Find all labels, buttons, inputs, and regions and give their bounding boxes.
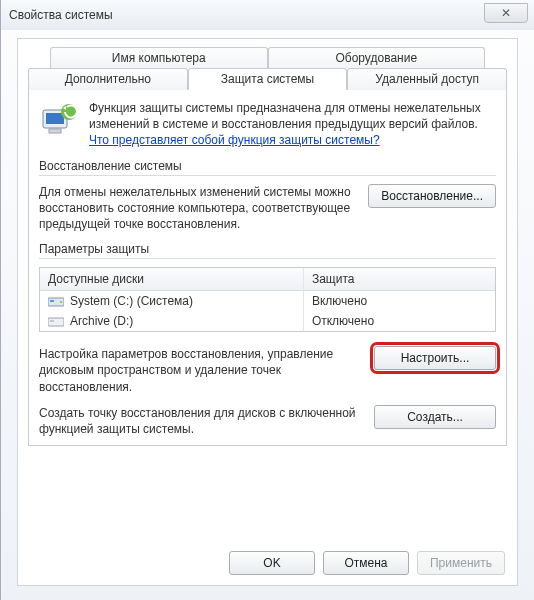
- svg-rect-1: [46, 113, 64, 124]
- help-link[interactable]: Что представляет собой функция защиты си…: [89, 133, 380, 147]
- close-button[interactable]: ✕: [484, 3, 528, 23]
- drive-name: System (C:) (Система): [70, 294, 193, 308]
- ok-button[interactable]: OK: [229, 551, 315, 575]
- system-restore-legend: Восстановление системы: [39, 159, 496, 173]
- tab-page: Функция защиты системы предназначена для…: [28, 90, 507, 446]
- create-desc: Создать точку восстановления для дисков …: [39, 405, 364, 437]
- window-title: Свойства системы: [9, 8, 113, 22]
- svg-rect-8: [50, 320, 54, 322]
- intro-text-body: Функция защиты системы предназначена для…: [89, 101, 481, 131]
- configure-button[interactable]: Настроить...: [374, 346, 496, 370]
- drive-status: Отключено: [304, 311, 495, 331]
- apply-button[interactable]: Применить: [417, 551, 505, 575]
- configure-desc: Настройка параметров восстановления, упр…: [39, 346, 364, 395]
- create-button[interactable]: Создать...: [374, 405, 496, 429]
- client-area: Имя компьютера Оборудование Дополнительн…: [17, 38, 518, 586]
- svg-rect-5: [50, 300, 54, 302]
- svg-point-6: [60, 301, 62, 303]
- tab-hardware[interactable]: Оборудование: [268, 47, 486, 68]
- close-icon: ✕: [501, 6, 511, 20]
- column-protection[interactable]: Защита: [304, 268, 495, 290]
- protection-settings-legend: Параметры защиты: [39, 242, 496, 256]
- column-drives[interactable]: Доступные диски: [40, 268, 304, 290]
- tab-computer-name[interactable]: Имя компьютера: [50, 47, 268, 68]
- dialog-footer: OK Отмена Применить: [18, 551, 517, 575]
- system-properties-window: Свойства системы ✕ Имя компьютера Оборуд…: [0, 0, 534, 600]
- divider: [39, 175, 496, 176]
- cancel-button[interactable]: Отмена: [323, 551, 409, 575]
- table-row[interactable]: System (C:) (Система) Включено: [40, 291, 495, 311]
- intro-text: Функция защиты системы предназначена для…: [89, 100, 496, 149]
- tabs-back-row: Имя компьютера Оборудование: [50, 47, 485, 68]
- system-protection-icon: [39, 100, 79, 140]
- system-restore-desc: Для отмены нежелательных изменений систе…: [39, 184, 358, 233]
- drive-system-icon: [48, 295, 64, 307]
- drive-status: Включено: [304, 291, 495, 311]
- svg-rect-2: [49, 129, 61, 133]
- drives-table-header: Доступные диски Защита: [40, 268, 495, 291]
- table-row[interactable]: Archive (D:) Отключено: [40, 311, 495, 331]
- tab-advanced[interactable]: Дополнительно: [28, 68, 188, 90]
- system-restore-button[interactable]: Восстановление...: [368, 184, 496, 208]
- system-restore-group: Восстановление системы Для отмены нежела…: [39, 159, 496, 233]
- tab-system-protection[interactable]: Защита системы: [188, 68, 348, 90]
- titlebar: Свойства системы ✕: [1, 0, 534, 30]
- tab-remote[interactable]: Удаленный доступ: [347, 68, 507, 90]
- intro-block: Функция защиты системы предназначена для…: [39, 100, 496, 149]
- divider: [39, 258, 496, 259]
- drives-table: Доступные диски Защита System (C:) (Сист…: [39, 267, 496, 332]
- drive-name: Archive (D:): [70, 314, 133, 328]
- protection-settings-group: Параметры защиты Доступные диски Защита: [39, 242, 496, 437]
- tabs-front-row: Дополнительно Защита системы Удаленный д…: [28, 68, 507, 90]
- drive-icon: [48, 315, 64, 327]
- drives-table-body: System (C:) (Система) Включено Archive (…: [40, 291, 495, 331]
